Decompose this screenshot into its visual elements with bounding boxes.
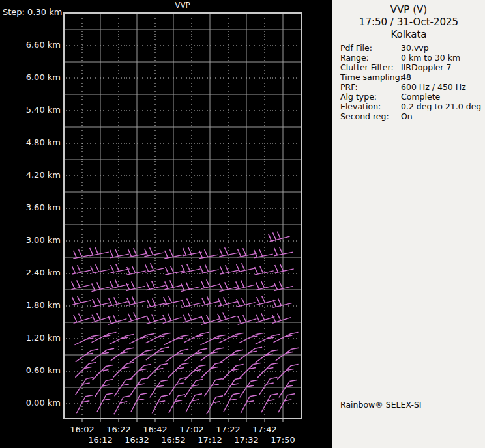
wind-barb xyxy=(131,393,147,412)
wind-barb xyxy=(130,350,153,363)
wind-barb xyxy=(240,380,258,398)
brand-footer: Rainbow® SELEX-SI xyxy=(340,400,422,410)
wind-barb-stroke xyxy=(280,281,283,288)
wind-barb xyxy=(201,279,220,288)
wind-barb xyxy=(163,296,182,305)
wind-barb-stroke xyxy=(147,282,150,289)
wind-barb-stroke xyxy=(168,364,181,378)
wind-barb xyxy=(201,335,226,344)
wind-barb-stroke xyxy=(201,281,205,288)
wind-barb-stroke xyxy=(74,251,77,258)
x-axis-label: 17:42 xyxy=(245,425,284,434)
wind-barb xyxy=(145,263,164,272)
wind-barb-stroke xyxy=(220,249,223,256)
wind-barb-stroke xyxy=(157,336,164,337)
wind-barb-stroke xyxy=(261,281,265,288)
wind-barb-stroke xyxy=(260,266,263,273)
wind-barb-stroke xyxy=(257,364,271,378)
wind-barb-stroke xyxy=(77,280,80,287)
info-field-label: Range: xyxy=(340,53,401,63)
wind-barb-stroke xyxy=(115,249,119,256)
wind-barb-stroke xyxy=(272,334,280,335)
wind-barb xyxy=(108,297,127,306)
info-field-label: Alg type: xyxy=(340,92,401,102)
wind-barb-stroke xyxy=(90,248,93,255)
info-field-label: PRF: xyxy=(340,82,401,92)
wind-barb-stroke xyxy=(126,334,134,335)
wind-barb-stroke xyxy=(242,263,245,270)
wind-barb xyxy=(72,265,91,274)
wind-barb-stroke xyxy=(165,251,168,258)
wind-barb-stroke xyxy=(207,397,216,414)
wind-barb xyxy=(269,232,290,242)
wind-barb-stroke xyxy=(86,338,93,339)
wind-barb xyxy=(97,393,113,412)
wind-barb-stroke xyxy=(257,297,260,304)
wind-barb xyxy=(276,348,299,361)
x-axis-label: 16:42 xyxy=(136,425,175,434)
wind-barb-stroke xyxy=(261,313,265,320)
wind-barb xyxy=(72,296,91,305)
wind-barb-stroke xyxy=(97,313,100,320)
wind-barb-stroke xyxy=(127,362,134,363)
wind-barb-stroke xyxy=(106,380,113,381)
y-axis-label: 1.20 km xyxy=(0,333,61,343)
wind-barb xyxy=(277,364,298,379)
x-axis-label: 16:52 xyxy=(154,435,193,445)
info-field: Second reg:On xyxy=(340,111,485,121)
wind-barb-stroke xyxy=(89,362,96,363)
x-axis-label: 17:22 xyxy=(209,425,248,434)
wind-barb-stroke xyxy=(134,248,137,255)
wind-barb-stroke xyxy=(201,336,218,344)
wind-barb-stroke xyxy=(291,332,298,333)
wind-barb-stroke xyxy=(207,279,210,287)
wind-barb xyxy=(259,378,278,395)
plot-border xyxy=(64,13,301,419)
wind-barb-stroke xyxy=(255,347,262,348)
wind-barb xyxy=(181,298,200,307)
wind-barb xyxy=(130,378,149,396)
wind-barb-stroke xyxy=(168,313,171,320)
y-axis-label: 5.40 km xyxy=(0,105,61,115)
wind-barb-stroke xyxy=(272,232,276,240)
wind-barb-stroke xyxy=(164,336,182,344)
wind-barb-stroke xyxy=(79,313,82,320)
wind-barb xyxy=(75,362,96,377)
wind-barb xyxy=(146,281,165,290)
wind-barb-stroke xyxy=(225,282,228,289)
wind-barb-stroke xyxy=(141,337,148,338)
wind-barb-stroke xyxy=(160,380,168,382)
wind-barb-stroke xyxy=(287,394,295,395)
wind-barb xyxy=(236,298,255,307)
info-field-value: 30.vvp xyxy=(401,43,485,53)
wind-barb-stroke xyxy=(141,378,148,380)
wind-barb xyxy=(256,281,274,290)
wind-barb xyxy=(126,266,145,275)
info-field-value: 0.2 deg to 21.0 deg xyxy=(401,102,485,111)
wind-barb-stroke xyxy=(161,363,168,365)
x-axis-label: 17:32 xyxy=(227,435,266,445)
wind-barb-stroke xyxy=(205,249,208,257)
wind-barb-stroke xyxy=(115,380,126,397)
x-axis-label: 17:50 xyxy=(263,435,302,445)
wind-barb xyxy=(201,362,222,377)
wind-barb xyxy=(114,396,130,414)
wind-barb xyxy=(256,296,275,305)
step-label: Step: 0.30 km xyxy=(3,7,61,17)
vvp-window: VVP Step: 0.30 km 0.00 km0.60 km1.20 km1… xyxy=(0,0,485,448)
y-axis-label: 6.00 km xyxy=(0,72,61,82)
wind-barb-stroke xyxy=(181,335,188,336)
wind-barb-stroke xyxy=(291,364,299,365)
wind-barb-stroke xyxy=(169,379,181,395)
info-field-label: Elevation: xyxy=(340,102,401,111)
wind-barb xyxy=(110,249,128,258)
wind-barb-stroke xyxy=(109,298,112,305)
wind-barb xyxy=(164,335,189,344)
info-field-label: Pdf File: xyxy=(340,43,401,53)
wind-barb-stroke xyxy=(269,234,272,241)
wind-barb-stroke xyxy=(145,350,153,351)
product-title: VVP (V) xyxy=(332,4,485,16)
wind-barb-stroke xyxy=(188,247,192,254)
wind-barb-stroke xyxy=(78,296,81,303)
wind-barb-stroke xyxy=(274,283,278,290)
